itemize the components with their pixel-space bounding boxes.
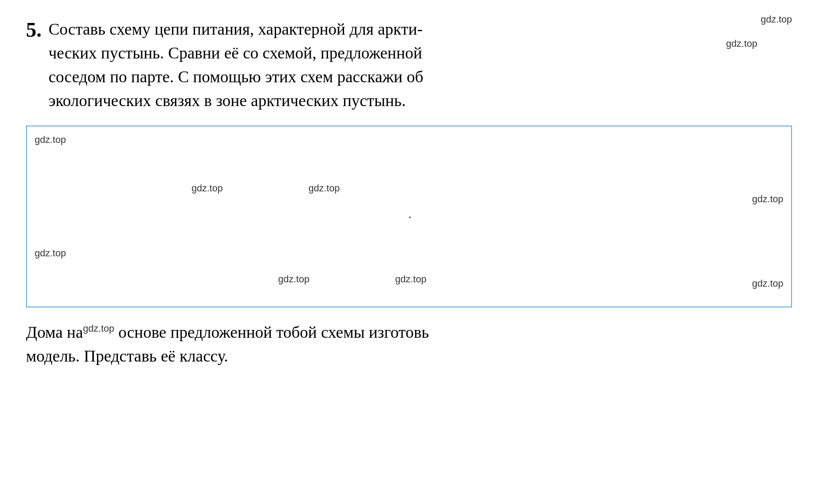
task-line2: ческих пустынь. Сравни её со схемой, пре…: [49, 44, 422, 62]
watermark-header-2: gdz.top: [726, 38, 757, 49]
task-number: 5.: [26, 17, 42, 42]
watermark-box-4: gdz.top: [752, 194, 783, 205]
watermark-box-3: gdz.top: [308, 183, 340, 194]
bottom-line1-pre: Дома на: [26, 323, 83, 341]
bottom-line2: модель. Представь её классу.: [26, 347, 228, 365]
center-dot: [409, 216, 411, 218]
task-line4: экологических связях в зоне арктических …: [49, 91, 406, 110]
bottom-line1-post: основе предложенной тобой схемы изготовь: [114, 323, 429, 341]
watermark-box-2: gdz.top: [192, 183, 223, 194]
task-text: Составь схему цепи питания, характерной …: [49, 17, 792, 113]
watermark-box-5: gdz.top: [35, 248, 66, 259]
task-header: 5. Составь схему цепи питания, характерн…: [26, 17, 792, 113]
bottom-text: Дома наgdz.top основе предложенной тобой…: [26, 320, 792, 368]
watermark-box-6: gdz.top: [278, 274, 309, 285]
watermark-box-8: gdz.top: [752, 278, 783, 289]
watermark-bottom-inline: gdz.top: [83, 323, 114, 334]
page-container: 5. Составь схему цепи питания, характерн…: [0, 0, 818, 504]
task-line1: Составь схему цепи питания, характерной …: [49, 20, 422, 38]
watermark-box-7: gdz.top: [395, 274, 426, 285]
watermark-box-1: gdz.top: [35, 134, 66, 145]
task-line3: соседом по парте. С помощью этих схем ра…: [49, 68, 423, 86]
watermark-header-1: gdz.top: [761, 14, 792, 25]
drawing-box: gdz.top gdz.top gdz.top gdz.top gdz.top …: [26, 126, 792, 307]
